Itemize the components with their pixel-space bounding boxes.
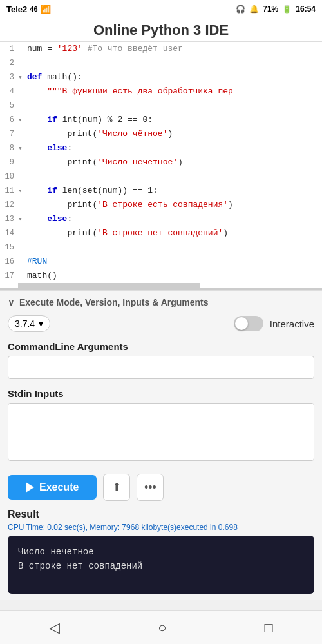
code-line-3: 3 ▾ def math(): bbox=[0, 70, 322, 84]
code-line-13: 13 ▾ else: bbox=[0, 212, 322, 226]
result-label: Result bbox=[8, 509, 314, 520]
version-select[interactable]: 3.7.4 ▾ bbox=[8, 315, 50, 332]
execute-button[interactable]: Execute bbox=[8, 475, 97, 500]
stdin-input[interactable] bbox=[8, 403, 314, 461]
back-button[interactable]: ◁ bbox=[36, 614, 73, 641]
version-label: 3.7.4 bbox=[15, 318, 35, 329]
output-line-1: Число нечетное bbox=[18, 545, 304, 559]
carrier-label: Tele2 bbox=[6, 5, 27, 14]
recent-button[interactable]: □ bbox=[252, 614, 286, 641]
execute-section: ∨ Execute Mode, Version, Inputs & Argume… bbox=[0, 290, 322, 600]
buttons-row: Execute ⬆ ••• bbox=[8, 474, 314, 501]
result-output: Число нечетное В строке нет совпадений bbox=[8, 536, 314, 594]
code-line-8: 8 ▾ else: bbox=[0, 141, 322, 155]
code-line-14: 14 print('В строке нет совпадений') bbox=[0, 226, 322, 240]
result-cpu-info: CPU Time: 0.02 sec(s), Memory: 7968 kilo… bbox=[8, 523, 314, 532]
command-line-label: CommandLine Arguments bbox=[8, 341, 314, 352]
code-line-17: 17 math() bbox=[0, 269, 322, 283]
chevron-down-icon-version: ▾ bbox=[39, 318, 43, 329]
code-editor[interactable]: 1 num = '123' #То что введёт user 2 3 ▾ … bbox=[0, 42, 322, 290]
interactive-toggle[interactable] bbox=[234, 316, 263, 331]
code-line-1: 1 num = '123' #То что введёт user bbox=[0, 42, 322, 56]
signal-icon: 46 bbox=[30, 5, 37, 13]
code-line-6: 6 ▾ if int(num) % 2 == 0: bbox=[0, 113, 322, 127]
code-line-5: 5 bbox=[0, 99, 322, 113]
status-right: 🎧 🔔 71% 🔋 16:54 bbox=[236, 5, 316, 14]
execute-button-label: Execute bbox=[39, 482, 79, 493]
execute-header: ∨ Execute Mode, Version, Inputs & Argume… bbox=[8, 297, 314, 307]
recent-icon: □ bbox=[265, 620, 273, 636]
execute-header-label: Execute Mode, Version, Inputs & Argument… bbox=[19, 297, 209, 307]
interactive-row: Interactive bbox=[234, 316, 314, 331]
code-line-7: 7 print('Число чётное') bbox=[0, 127, 322, 141]
stdin-label: Stdin Inputs bbox=[8, 388, 314, 399]
battery-icon: 🔋 bbox=[282, 5, 292, 14]
horizontal-scrollbar[interactable] bbox=[18, 283, 322, 288]
code-line-2: 2 bbox=[0, 56, 322, 70]
chevron-down-icon[interactable]: ∨ bbox=[8, 297, 14, 307]
upload-icon: ⬆ bbox=[112, 480, 122, 494]
code-line-4: 4 """В функции есть два обработчика пер bbox=[0, 84, 322, 99]
code-line-12: 12 print('В строке есть совпадения') bbox=[0, 198, 322, 212]
code-line-16: 16 #RUN bbox=[0, 255, 322, 269]
output-line-2: В строке нет совпадений bbox=[18, 559, 304, 573]
code-line-10: 10 bbox=[0, 170, 322, 184]
page-title: Online Python 3 IDE bbox=[0, 18, 322, 42]
battery-label: 71% bbox=[263, 5, 278, 14]
home-button[interactable]: ○ bbox=[145, 614, 179, 641]
bottom-nav: ◁ ○ □ bbox=[0, 610, 322, 644]
code-line-15: 15 bbox=[0, 240, 322, 255]
headphone-icon: 🎧 bbox=[236, 5, 245, 14]
home-icon: ○ bbox=[158, 620, 166, 636]
interactive-label: Interactive bbox=[270, 318, 314, 329]
status-left: Tele2 46 📶 bbox=[6, 5, 51, 14]
more-icon: ••• bbox=[144, 481, 156, 494]
mute-icon: 🔔 bbox=[249, 5, 259, 14]
play-icon bbox=[26, 482, 34, 493]
version-interactive-row: 3.7.4 ▾ Interactive bbox=[8, 315, 314, 332]
code-line-11: 11 ▾ if len(set(num)) == 1: bbox=[0, 184, 322, 198]
signal-bars: 📶 bbox=[41, 5, 51, 14]
back-icon: ◁ bbox=[49, 620, 60, 636]
status-bar: Tele2 46 📶 🎧 🔔 71% 🔋 16:54 bbox=[0, 0, 322, 18]
code-line-9: 9 print('Число нечетное') bbox=[0, 155, 322, 170]
upload-button[interactable]: ⬆ bbox=[103, 474, 130, 501]
time-label: 16:54 bbox=[296, 5, 316, 14]
command-line-input[interactable] bbox=[8, 356, 314, 379]
more-button[interactable]: ••• bbox=[137, 474, 164, 501]
